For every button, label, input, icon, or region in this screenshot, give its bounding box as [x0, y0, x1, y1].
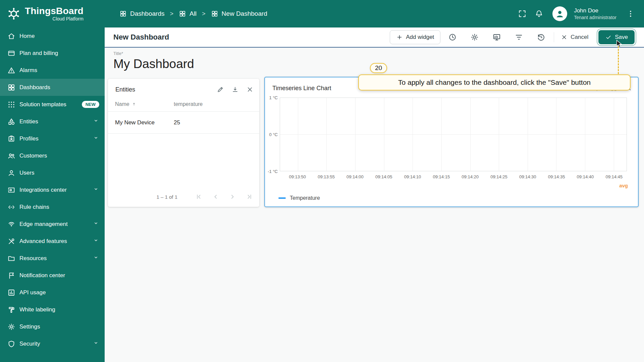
notifications-button[interactable] — [532, 7, 546, 20]
timeseries-chart-widget[interactable]: Timeseries Line Chart 1 °C0 — [264, 77, 639, 207]
sidebar-item-label: Alarms — [19, 67, 99, 74]
save-button[interactable]: Save — [598, 30, 635, 44]
pagination-range: 1 – 1 of 1 — [156, 194, 177, 200]
user-role: Tenant administrator — [574, 14, 616, 20]
sidebar-item-settings[interactable]: Settings — [0, 318, 105, 335]
aggregation-label[interactable]: avg — [619, 183, 628, 188]
sidebar-item-alarms[interactable]: Alarms — [0, 62, 105, 79]
gridline — [413, 98, 413, 171]
tutorial-text: To apply all changes to the dashboard, c… — [398, 78, 591, 86]
entities-widget[interactable]: Entities Name — [108, 79, 259, 207]
dashboard-title-field[interactable]: Title* My Dashboard — [113, 51, 194, 71]
sidebar-item-label: Solution templates — [19, 101, 78, 108]
security-icon — [7, 340, 15, 348]
sidebar-item-label: Plan and billing — [19, 50, 99, 57]
filters-button[interactable] — [512, 30, 526, 45]
entities-icon — [7, 118, 15, 126]
x-tick-label: 09:14:15 — [433, 174, 450, 179]
sidebar-item-label: Advanced features — [19, 238, 89, 245]
add-widget-label: Add widget — [406, 34, 434, 41]
x-tick-label: 09:14:45 — [605, 174, 623, 179]
sidebar-item-plan-and-billing[interactable]: Plan and billing — [0, 45, 105, 62]
filter-icon — [515, 33, 523, 42]
sidebar-item-api-usage[interactable]: API usage — [0, 284, 105, 301]
sidebar-item-users[interactable]: Users — [0, 164, 105, 181]
export-widget-button[interactable] — [231, 85, 239, 94]
time-window-button[interactable] — [445, 30, 460, 45]
gridline — [384, 98, 384, 171]
table-header: Name temperature — [108, 97, 259, 112]
pagination: 1 – 1 of 1 — [108, 187, 259, 207]
sidebar-item-customers[interactable]: Customers — [0, 147, 105, 164]
sidebar-item-entities[interactable]: Entities — [0, 113, 105, 130]
column-temperature[interactable]: temperature — [174, 101, 259, 107]
breadcrumb-label: Dashboards — [130, 10, 164, 17]
new-badge: NEW — [82, 101, 99, 108]
chart-legend[interactable]: Temperature — [265, 195, 638, 206]
sidebar-item-integrations-center[interactable]: Integrations center — [0, 181, 105, 198]
plus-icon — [396, 34, 403, 41]
y-tick-label: 0 °C — [269, 132, 278, 137]
sidebar-item-label: Resources — [19, 255, 89, 262]
chevron-down-icon — [93, 254, 99, 262]
dashboard-canvas[interactable]: Title* My Dashboard Entities — [105, 47, 644, 362]
edit-widget-button[interactable] — [216, 85, 224, 94]
sidebar-item-label: Edge management — [19, 221, 89, 228]
x-tick-label: 09:14:30 — [519, 174, 536, 179]
sidebar-item-notification-center[interactable]: Notification center — [0, 267, 105, 284]
chevron-left-icon — [212, 193, 220, 201]
sidebar-item-solution-templates[interactable]: Solution templatesNEW — [0, 96, 105, 113]
sidebar-item-home[interactable]: Home — [0, 27, 105, 45]
title-field-value: My Dashboard — [113, 57, 194, 71]
add-widget-button[interactable]: Add widget — [390, 30, 440, 44]
chevron-right-icon — [228, 193, 236, 201]
breadcrumb-all[interactable]: All — [179, 10, 197, 17]
cancel-button[interactable]: Cancel — [557, 30, 592, 44]
sidebar-item-security[interactable]: Security — [0, 335, 105, 352]
more-menu-button[interactable] — [624, 7, 637, 20]
history-icon — [537, 33, 545, 42]
billing-icon — [7, 49, 15, 57]
sidebar-item-label: API usage — [19, 289, 99, 296]
sidebar-item-profiles[interactable]: Profiles — [0, 130, 105, 147]
version-history-button[interactable] — [534, 30, 548, 45]
sidebar-item-label: Home — [19, 33, 99, 40]
manage-layouts-button[interactable] — [489, 30, 504, 45]
y-axis-labels: 1 °C0 °C-1 °C — [269, 98, 280, 171]
logo-subtitle: Cloud Platform — [25, 16, 84, 21]
first-page-button[interactable] — [192, 190, 206, 203]
widget-title: Timeseries Line Chart — [272, 85, 331, 92]
logo[interactable]: ThingsBoard Cloud Platform — [0, 0, 105, 27]
sidebar-item-white-labeling[interactable]: White labeling — [0, 301, 105, 318]
dashboard-toolbar: New Dashboard Add widget — [105, 27, 644, 47]
sidebar-item-resources[interactable]: Resources — [0, 250, 105, 267]
gridline — [326, 98, 327, 171]
profiles-icon — [7, 135, 15, 143]
dashboard-settings-button[interactable] — [467, 30, 482, 45]
main: Dashboards > All > New Dashboard — [105, 0, 644, 362]
remove-widget-button[interactable] — [246, 85, 254, 94]
rule-chains-icon — [7, 203, 15, 211]
chevron-down-icon — [93, 134, 99, 143]
y-tick-label: 1 °C — [269, 95, 278, 100]
column-name-label: Name — [115, 101, 129, 107]
sidebar-item-rule-chains[interactable]: Rule chains — [0, 198, 105, 216]
breadcrumb-dashboards[interactable]: Dashboards — [119, 10, 164, 17]
prev-page-button[interactable] — [209, 190, 222, 203]
fullscreen-button[interactable] — [516, 7, 529, 20]
gear-icon — [470, 33, 479, 42]
fullscreen-icon — [518, 9, 527, 18]
sidebar-item-advanced-features[interactable]: Advanced features — [0, 233, 105, 250]
aggregation-row: avg — [265, 183, 628, 189]
last-page-button[interactable] — [243, 190, 256, 203]
sidebar-item-edge-management[interactable]: Edge management — [0, 216, 105, 233]
chart-plot — [280, 98, 627, 171]
column-name[interactable]: Name — [115, 101, 174, 107]
next-page-button[interactable] — [226, 190, 239, 203]
breadcrumb-label: All — [190, 10, 197, 17]
sidebar-item-dashboards[interactable]: Dashboards — [0, 79, 105, 96]
table-row[interactable]: My New Device25 — [108, 112, 259, 134]
widget-title: Entities — [115, 86, 135, 93]
user-info: John Doe Tenant administrator — [574, 7, 616, 20]
avatar[interactable] — [552, 6, 567, 21]
